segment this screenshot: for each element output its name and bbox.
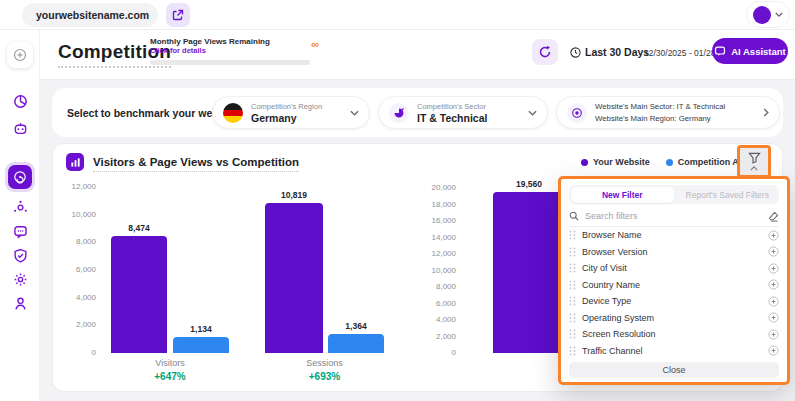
page-header: Competition Monthly Page Views Remaining… (40, 30, 795, 80)
drag-handle-icon[interactable] (569, 313, 576, 323)
change-percent-label: +693% (265, 371, 384, 382)
sidebar-item-ai-bot[interactable] (7, 115, 33, 141)
quota-amount: ∞ (311, 38, 319, 50)
drag-handle-icon[interactable] (569, 346, 576, 356)
filter-item[interactable]: Browser Version (569, 244, 779, 261)
tab-saved-filters[interactable]: Report's Saved Filters (676, 185, 780, 204)
sidebar-item-feedback[interactable] (7, 218, 33, 244)
sidebar-item-dashboard[interactable] (7, 88, 33, 114)
circle-plus-icon (13, 48, 27, 62)
website-name: yourwebsitename.com (36, 9, 149, 21)
add-filter-icon[interactable] (768, 230, 779, 241)
bar-your-website[interactable] (111, 236, 167, 353)
chevron-up-icon (750, 166, 758, 171)
chevron-down-icon (528, 110, 537, 116)
user-menu[interactable] (746, 1, 790, 28)
filter-button-highlight[interactable] (737, 145, 771, 178)
filter-search-row (569, 206, 779, 227)
sidebar-item-audience[interactable] (7, 194, 33, 220)
open-website-button[interactable] (166, 3, 190, 27)
sidebar (0, 30, 40, 401)
person-pin-icon (13, 296, 28, 311)
left-axis-tick: 4,000 (53, 293, 96, 303)
website-main-region: Website's Main Region: Germany (595, 113, 725, 125)
filter-item[interactable]: Traffic Channel (569, 343, 779, 360)
sidebar-item-location[interactable] (7, 290, 33, 316)
add-filter-icon[interactable] (768, 279, 779, 290)
app-root: yourwebsitename.com (0, 0, 795, 401)
chevron-down-icon (350, 110, 359, 116)
right-axis-tick: 18,000 (406, 200, 456, 210)
left-axis-tick: 8,000 (53, 237, 96, 247)
right-axis-tick: 16,000 (406, 216, 456, 226)
right-axis-tick: 12,000 (406, 249, 456, 259)
sidebar-item-competition-active[interactable] (5, 162, 35, 192)
close-button[interactable]: Close (569, 362, 779, 378)
filter-item-label: Operating System (582, 313, 654, 323)
drag-handle-icon[interactable] (569, 263, 576, 273)
region-select[interactable]: Competition's Region Germany (212, 96, 370, 129)
avatar (753, 6, 771, 24)
bar-competition-average[interactable] (328, 334, 384, 353)
filter-item[interactable]: City of Visit (569, 260, 779, 277)
drag-handle-icon[interactable] (569, 280, 576, 290)
refresh-icon (538, 45, 552, 59)
new-report-button[interactable] (7, 42, 33, 68)
ai-assistant-label: AI Assistant (731, 46, 786, 57)
chevron-down-icon (775, 12, 783, 17)
sector-pie-icon (393, 107, 405, 119)
filter-item[interactable]: Browser Name (569, 227, 779, 244)
right-axis-tick: 4,000 (406, 315, 456, 325)
benchmark-bar: Select to benchmark your website: Compet… (52, 88, 783, 137)
drag-handle-icon[interactable] (569, 329, 576, 339)
bar-competition-average[interactable] (173, 337, 229, 353)
external-link-icon (172, 9, 184, 21)
germany-flag-icon (223, 103, 243, 123)
website-selector[interactable]: yourwebsitename.com (22, 3, 158, 27)
add-filter-icon[interactable] (768, 246, 779, 257)
clock-icon (570, 47, 581, 58)
add-filter-icon[interactable] (768, 263, 779, 274)
refresh-button[interactable] (532, 39, 558, 65)
chevron-right-icon (763, 108, 769, 117)
add-filter-icon[interactable] (768, 296, 779, 307)
add-filter-icon[interactable] (768, 329, 779, 340)
change-percent-label: +647% (111, 371, 229, 382)
filter-item-label: Device Type (582, 296, 631, 306)
right-axis-tick: 0 (406, 348, 456, 358)
date-range-preset[interactable]: Last 30 Days (570, 46, 649, 58)
robot-icon (13, 121, 28, 136)
drag-handle-icon[interactable] (569, 230, 576, 240)
bar-your-website[interactable] (493, 192, 565, 353)
radar-icon (13, 170, 27, 184)
quota-block: Monthly Page Views Remaining ∞ Click for… (150, 37, 295, 65)
right-axis-tick: 2,000 (406, 332, 456, 342)
filter-item[interactable]: Country Name (569, 277, 779, 294)
region-value: Germany (251, 112, 322, 124)
filter-item-label: Browser Version (582, 247, 648, 257)
chat-bubble-icon (13, 224, 28, 239)
add-filter-icon[interactable] (768, 312, 779, 323)
sidebar-item-privacy[interactable] (7, 242, 33, 268)
filter-item[interactable]: Screen Resolution (569, 326, 779, 343)
sidebar-item-settings[interactable] (7, 266, 33, 292)
tab-new-filter[interactable]: New Filter (571, 187, 675, 203)
website-main-info[interactable]: Website's Main Sector: IT & Technical We… (556, 96, 780, 129)
quota-details-link[interactable]: Click for details (150, 46, 295, 55)
ai-assistant-button[interactable]: AI Assistant (712, 38, 788, 64)
sector-select[interactable]: Competition's Sector IT & Technical (378, 96, 548, 129)
top-bar: yourwebsitename.com (0, 0, 795, 30)
filter-search-input[interactable] (585, 211, 762, 221)
eraser-icon[interactable] (768, 211, 779, 222)
drag-handle-icon[interactable] (569, 247, 576, 257)
bar-your-website[interactable] (265, 203, 323, 353)
add-filter-icon[interactable] (768, 345, 779, 356)
funnel-icon (748, 152, 761, 164)
right-axis-tick: 14,000 (406, 233, 456, 243)
filter-item[interactable]: Device Type (569, 293, 779, 310)
filter-item[interactable]: Operating System (569, 310, 779, 327)
left-axis-tick: 6,000 (53, 265, 96, 275)
drag-handle-icon[interactable] (569, 296, 576, 306)
right-axis-tick: 8,000 (406, 282, 456, 292)
right-axis-tick: 20,000 (406, 183, 456, 193)
